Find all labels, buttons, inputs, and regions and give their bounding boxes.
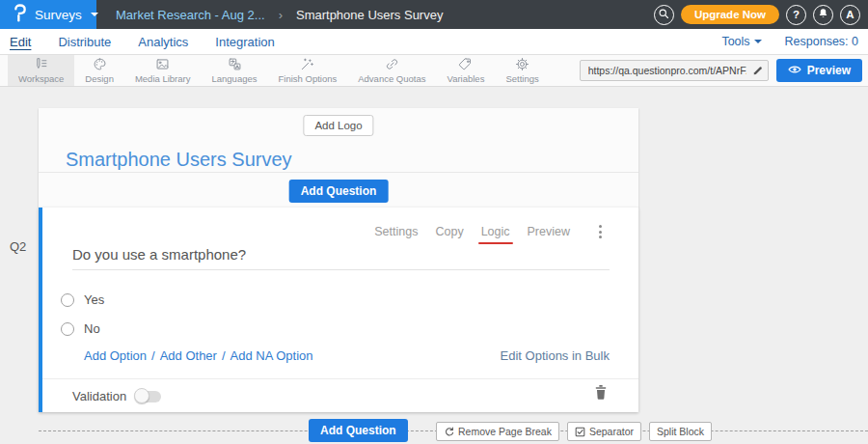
delete-question-button[interactable] [594,384,608,404]
gear-icon [515,57,529,71]
toolbar-right: Preview [580,55,868,86]
question-tab-copy[interactable]: Copy [435,225,463,238]
question-tab-settings[interactable]: Settings [374,225,418,238]
toolbar-item-variables[interactable]: Variables [437,55,496,86]
validation-label: Validation [72,389,126,403]
avatar-initial: A [846,9,854,20]
magic-wand-icon [300,57,314,71]
option-label[interactable]: Yes [84,292,104,307]
page-break-bar: Add Question Remove Page Break Separator… [39,417,868,443]
chain-link-icon [385,57,399,71]
breadcrumb: Market Research - Aug 2... › Smartphone … [116,8,443,22]
add-question-button-top[interactable]: Add Question [289,180,389,203]
toolbar-item-label: Settings [505,73,538,84]
chevron-down-icon [91,13,98,16]
toolbar-item-label: Advance Quotas [358,73,425,84]
search-button[interactable] [654,5,674,25]
validation-row: Validation [72,389,161,403]
topbar-actions: Upgrade Now ? A [654,5,868,25]
breadcrumb-separator: › [279,8,283,22]
survey-url-box [580,60,769,81]
remove-page-break-label: Remove Page Break [458,426,552,437]
image-icon [155,57,170,71]
page-break-actions: Remove Page Break Separator Split Block [436,422,712,441]
divider [39,172,638,173]
responses-count[interactable]: Responses: 0 [785,35,858,48]
toolbar-item-design[interactable]: Design [74,55,124,86]
search-icon [658,8,669,21]
survey-title[interactable]: Smartphone Users Survey [66,149,292,171]
question-mark-icon: ? [793,9,800,20]
toolbar-item-settings[interactable]: Settings [495,55,549,86]
breadcrumb-folder[interactable]: Market Research - Aug 2... [116,8,265,22]
answer-option-row: Yes [61,292,104,307]
split-block-button[interactable]: Split Block [649,422,712,441]
tab-integration[interactable]: Integration [215,35,274,49]
preview-button[interactable]: Preview [776,59,862,82]
questionpro-logo-icon [13,4,27,26]
more-options-icon[interactable] [597,223,604,240]
checkbox-checked-icon [575,427,585,437]
radio-button[interactable] [61,293,74,307]
chevron-down-icon [754,40,762,43]
surveys-menu[interactable]: Surveys [0,0,96,29]
question-text[interactable]: Do you use a smartphone? [72,246,610,270]
add-question-button-bottom[interactable]: Add Question [309,419,408,442]
edit-url-button[interactable] [748,65,768,76]
toolbar-item-label: Media Library [135,73,191,84]
question-id-label: Q2 [10,239,26,254]
remove-page-break-button[interactable]: Remove Page Break [436,422,559,441]
toolbar-item-finish-options[interactable]: Finish Options [268,55,348,86]
separator-button[interactable]: Separator [567,422,641,441]
nav-tabs: Edit Distribute Analytics Integration [0,35,275,49]
preview-label: Preview [807,64,851,77]
tools-menu[interactable]: Tools [721,35,761,48]
tab-distribute[interactable]: Distribute [58,35,111,49]
trash-icon [594,384,608,401]
survey-header-card: Add Logo Smartphone Users Survey Add Que… [39,108,638,208]
bell-icon [818,8,828,21]
workspace-icon [34,57,48,71]
add-option-link[interactable]: Add Option [84,348,147,363]
sync-icon [444,427,454,437]
toolbar-item-label: Workspace [18,73,64,84]
divider [42,378,638,379]
question-tab-logic[interactable]: Logic [481,225,510,238]
validation-toggle[interactable] [136,391,161,402]
toolbar-item-label: Variables [448,73,485,84]
toolbar-item-media-library[interactable]: Media Library [124,55,202,86]
split-block-label: Split Block [657,426,704,437]
question-action-tabs: Settings Copy Logic Preview [374,223,604,240]
topbar: Surveys Market Research - Aug 2... › Sma… [0,0,868,29]
add-other-link[interactable]: Add Other [160,348,217,363]
radio-button[interactable] [61,322,74,336]
toolbar-item-advance-quotas[interactable]: Advance Quotas [347,55,436,86]
link-separator: / [222,348,226,363]
toolbar-item-label: Design [85,73,114,84]
palette-icon [93,57,107,71]
question-tab-preview[interactable]: Preview [528,225,570,238]
add-logo-button[interactable]: Add Logo [303,115,373,136]
answer-option-row: No [61,321,100,336]
option-label[interactable]: No [84,321,100,336]
add-na-option-link[interactable]: Add NA Option [231,348,313,363]
link-separator: / [151,348,155,363]
avatar[interactable]: A [840,5,860,25]
help-button[interactable]: ? [786,5,806,25]
upgrade-now-button[interactable]: Upgrade Now [681,5,779,24]
notifications-button[interactable] [813,5,833,25]
breadcrumb-current: Smartphone Users Survey [296,8,443,22]
tab-edit[interactable]: Edit [10,35,31,49]
toolbar-item-languages[interactable]: Languages [201,55,267,86]
survey-url-input[interactable] [581,65,748,76]
brand-label: Surveys [35,8,82,22]
edit-options-in-bulk-link[interactable]: Edit Options in Bulk [501,348,610,363]
tab-analytics[interactable]: Analytics [138,35,188,49]
question-card: Settings Copy Logic Preview Do you use a… [39,208,638,412]
translate-icon [228,57,242,71]
separator-label: Separator [589,426,634,437]
nav-right: Tools Responses: 0 [721,35,868,48]
tools-label: Tools [721,35,749,48]
tag-icon [458,57,473,71]
toolbar-item-workspace[interactable]: Workspace [8,55,74,86]
